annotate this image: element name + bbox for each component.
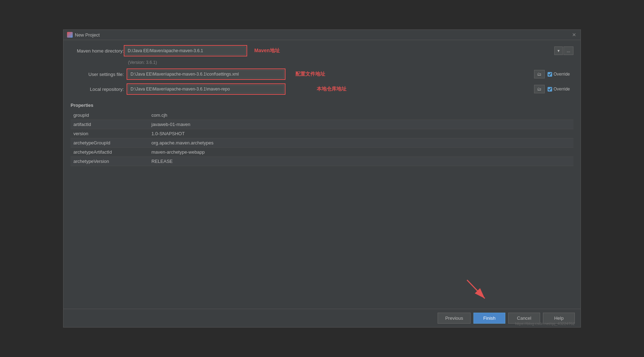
title-bar-left: New Project: [67, 32, 100, 38]
maven-version: (Version: 3.6.1): [128, 60, 573, 65]
prop-key: groupId: [71, 111, 149, 120]
prop-key: archetypeGroupId: [71, 138, 149, 148]
local-repo-annotation: 本地仓库地址: [317, 86, 346, 92]
dialog-title: New Project: [75, 32, 100, 38]
prop-value: maven-archetype-webapp: [149, 148, 573, 157]
bottom-bar: Previous Finish Cancel Help: [63, 309, 581, 327]
prop-value: com.cjh: [149, 111, 573, 120]
local-repo-folder-btn[interactable]: 🗂: [534, 85, 545, 93]
maven-home-ellipsis-btn[interactable]: ...: [564, 46, 573, 55]
user-settings-annotation: 配置文件地址: [295, 71, 325, 77]
properties-section: Properties groupId com.cjh artifactId ja…: [71, 101, 573, 166]
table-row: version 1.0-SNAPSHOT: [71, 129, 573, 138]
previous-button[interactable]: Previous: [438, 313, 471, 324]
table-row: archetypeArtifactId maven-archetype-weba…: [71, 148, 573, 157]
local-repo-input-wrapper: [127, 83, 285, 95]
user-settings-override-group: Override: [548, 72, 573, 77]
prop-value: javaweb-01-maven: [149, 120, 573, 129]
local-repo-override-group: Override: [548, 87, 573, 92]
new-project-dialog: New Project ✕ Maven home directory: Mave…: [63, 29, 581, 328]
properties-table: groupId com.cjh artifactId javaweb-01-ma…: [71, 111, 573, 166]
user-settings-label: User settings file:: [71, 72, 124, 77]
table-row: archetypeGroupId org.apache.maven.archet…: [71, 138, 573, 148]
maven-home-input[interactable]: [125, 46, 246, 55]
prop-key: archetypeVersion: [71, 157, 149, 166]
local-repo-row: Local repository: 本地仓库地址 🗂 Override: [71, 83, 573, 95]
maven-home-input-wrapper: [124, 45, 247, 56]
prop-value: 1.0-SNAPSHOT: [149, 129, 573, 138]
local-repo-label: Local repository:: [71, 87, 124, 92]
user-settings-row: User settings file: 配置文件地址 🗂 Override: [71, 68, 573, 80]
finish-button[interactable]: Finish: [473, 313, 505, 324]
user-settings-input-wrapper: [127, 68, 285, 80]
prop-value: org.apache.maven.archetypes: [149, 138, 573, 148]
content-area: Maven home directory: Maven地址 ▾ ... (Ver…: [63, 40, 581, 309]
prop-key: version: [71, 129, 149, 138]
maven-home-annotation: Maven地址: [254, 48, 280, 54]
prop-key: archetypeArtifactId: [71, 148, 149, 157]
prop-key: artifactId: [71, 120, 149, 129]
maven-home-dropdown-btn[interactable]: ▾: [554, 46, 563, 55]
user-settings-override-label: Override: [554, 72, 570, 77]
footer-url: https://blog.csdn.net/qq_43224762: [515, 322, 575, 326]
title-bar: New Project ✕: [63, 30, 581, 40]
app-icon: [67, 32, 73, 38]
user-settings-input[interactable]: [128, 70, 284, 78]
close-button[interactable]: ✕: [571, 32, 577, 38]
local-repo-input[interactable]: [128, 85, 284, 93]
prop-value: RELEASE: [149, 157, 573, 166]
user-settings-override-checkbox[interactable]: [548, 72, 552, 77]
properties-header: Properties: [71, 101, 573, 109]
local-repo-override-label: Override: [554, 87, 570, 92]
table-row: groupId com.cjh: [71, 111, 573, 120]
table-row: artifactId javaweb-01-maven: [71, 120, 573, 129]
user-settings-folder-btn[interactable]: 🗂: [534, 70, 545, 78]
maven-home-row: Maven home directory: Maven地址 ▾ ...: [71, 45, 573, 56]
local-repo-override-checkbox[interactable]: [548, 87, 552, 92]
maven-home-label: Maven home directory:: [71, 48, 124, 54]
table-row: archetypeVersion RELEASE: [71, 157, 573, 166]
